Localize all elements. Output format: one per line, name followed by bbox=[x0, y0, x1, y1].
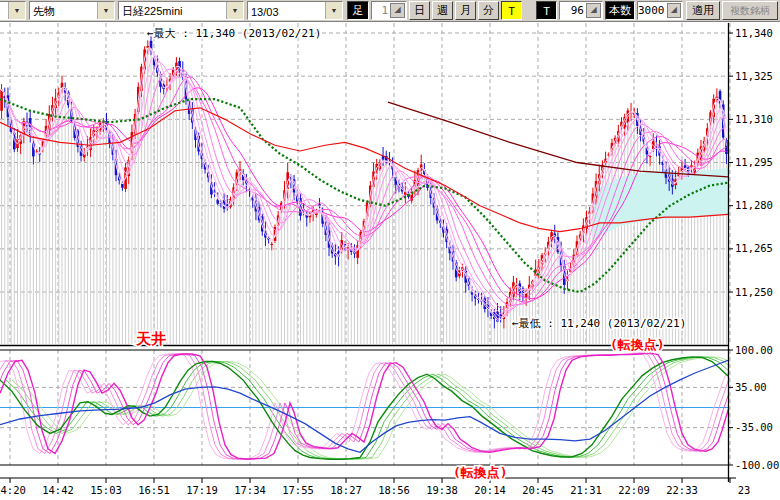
svg-text:18:56: 18:56 bbox=[378, 484, 410, 496]
period-tick-button-active[interactable]: T bbox=[501, 1, 522, 20]
instrument-type-value: 先物 bbox=[30, 2, 97, 19]
spinner-icon[interactable]: ◢ bbox=[586, 3, 601, 18]
spinner-icon[interactable]: ◢ bbox=[667, 3, 682, 18]
tick-count-value: 96 bbox=[560, 4, 586, 17]
svg-text:11,265: 11,265 bbox=[735, 242, 773, 254]
left-cropped-combo[interactable]: ▼ bbox=[0, 1, 26, 20]
svg-text:18:27: 18:27 bbox=[330, 484, 362, 496]
period-month-button[interactable]: 月 bbox=[455, 1, 476, 20]
svg-text:-35.00: -35.00 bbox=[735, 421, 773, 433]
max-price-annotation: ←最大 : 11,340 (2013/02/21) bbox=[147, 27, 321, 40]
contract-month-value: 13/03 bbox=[248, 4, 325, 18]
bars-count-value: 3000 bbox=[638, 4, 667, 17]
svg-text:100.00: 100.00 bbox=[735, 344, 773, 356]
svg-text:-100.00: -100.00 bbox=[735, 459, 779, 471]
spinner-icon[interactable]: ◢ bbox=[390, 3, 405, 18]
ashi-toggle-button[interactable]: 足 bbox=[347, 1, 369, 20]
turning-point-bottom-annotation: (転換点) bbox=[453, 465, 508, 480]
main-chart[interactable]: 11,34011,32511,31011,29511,28011,26511,2… bbox=[0, 22, 780, 500]
svg-text:11,280: 11,280 bbox=[735, 199, 773, 211]
instrument-select[interactable]: 日経225mini ▼ bbox=[118, 1, 244, 20]
svg-text:17:34: 17:34 bbox=[234, 484, 266, 496]
period-day-button[interactable]: 日 bbox=[409, 1, 430, 20]
svg-text:11,250: 11,250 bbox=[735, 286, 773, 298]
svg-text:14:20: 14:20 bbox=[0, 484, 26, 496]
svg-text:22:09: 22:09 bbox=[618, 484, 650, 496]
svg-text:17:55: 17:55 bbox=[282, 484, 314, 496]
bars-label: 本数 bbox=[605, 1, 635, 20]
price-axis-labels: 11,34011,32511,31011,29511,28011,26511,2… bbox=[728, 27, 779, 471]
svg-text:23: 23 bbox=[738, 484, 751, 496]
oscillator-lines bbox=[0, 353, 756, 459]
chevron-down-icon[interactable]: ▼ bbox=[325, 2, 342, 19]
period-week-button[interactable]: 週 bbox=[432, 1, 453, 20]
chart-app-window: ▼ 先物 ▼ 日経225mini ▼ 13/03 ▼ 足 1 ◢ 日 週 月 分… bbox=[0, 0, 780, 500]
svg-text:16:51: 16:51 bbox=[138, 484, 170, 496]
svg-text:15:03: 15:03 bbox=[90, 484, 122, 496]
tick-mode-label[interactable]: T bbox=[536, 1, 557, 20]
chevron-down-icon[interactable]: ▼ bbox=[8, 2, 25, 19]
interval-stepper[interactable]: 1 ◢ bbox=[371, 1, 407, 20]
instrument-type-select[interactable]: 先物 ▼ bbox=[29, 1, 115, 20]
chevron-down-icon[interactable]: ▼ bbox=[97, 2, 114, 19]
chevron-down-icon[interactable]: ▼ bbox=[226, 2, 243, 19]
toolbar: ▼ 先物 ▼ 日経225mini ▼ 13/03 ▼ 足 1 ◢ 日 週 月 分… bbox=[0, 0, 780, 22]
svg-text:14:42: 14:42 bbox=[42, 484, 74, 496]
tick-count-stepper[interactable]: 96 ◢ bbox=[559, 1, 603, 20]
time-axis-labels: 14:2014:4215:0316:5117:1917:3417:5518:27… bbox=[0, 484, 750, 496]
period-minute-button[interactable]: 分 bbox=[478, 1, 499, 20]
svg-text:11,295: 11,295 bbox=[735, 156, 773, 168]
min-price-annotation: ←最低 : 11,240 (2013/02/21) bbox=[512, 317, 686, 330]
svg-text:20:14: 20:14 bbox=[474, 484, 506, 496]
svg-text:20:45: 20:45 bbox=[522, 484, 554, 496]
contract-month-select[interactable]: 13/03 ▼ bbox=[247, 1, 343, 20]
turning-point-top-annotation: (転換点) bbox=[610, 337, 665, 352]
svg-text:11,340: 11,340 bbox=[735, 27, 773, 39]
bars-count-stepper[interactable]: 3000 ◢ bbox=[637, 1, 683, 20]
multi-symbol-button[interactable]: 複数銘柄 bbox=[722, 1, 778, 20]
svg-text:22:33: 22:33 bbox=[666, 484, 698, 496]
apply-button[interactable]: 適用 bbox=[686, 1, 720, 20]
svg-text:17:19: 17:19 bbox=[186, 484, 218, 496]
interval-value: 1 bbox=[372, 4, 390, 17]
svg-text:35.00: 35.00 bbox=[735, 381, 767, 393]
svg-text:11,310: 11,310 bbox=[735, 113, 773, 125]
svg-text:19:38: 19:38 bbox=[426, 484, 458, 496]
instrument-value: 日経225mini bbox=[119, 2, 226, 19]
svg-text:21:31: 21:31 bbox=[570, 484, 602, 496]
svg-text:11,325: 11,325 bbox=[735, 70, 773, 82]
ceiling-annotation: 天井 bbox=[135, 330, 166, 348]
